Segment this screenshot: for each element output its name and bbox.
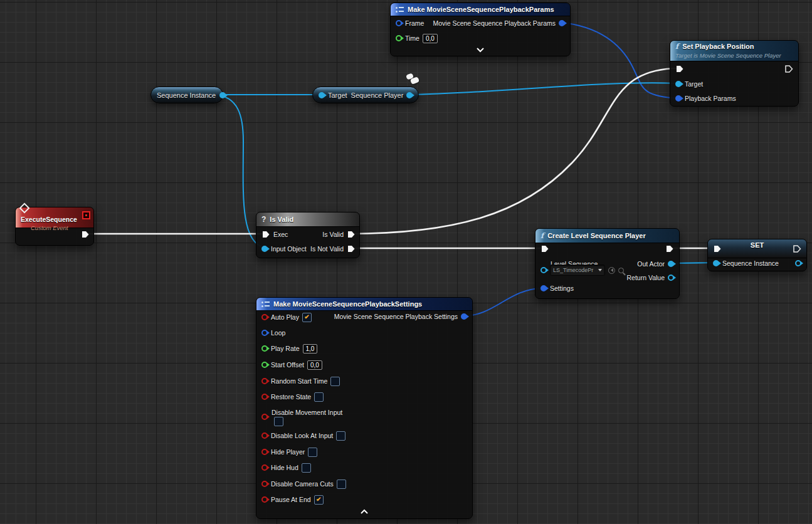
exec-in-pin[interactable] (540, 244, 549, 253)
is-not-valid-exec-out-pin[interactable] (347, 244, 356, 253)
start-offset-input[interactable]: 0,0 (307, 360, 322, 370)
playback-params-pin-label: Playback Params (685, 95, 736, 102)
target-pin-label: Target (328, 92, 347, 99)
node-title: Make MovieSceneSequencePlaybackParams (408, 6, 554, 13)
restore-state-pin[interactable] (261, 394, 268, 400)
loop-pin[interactable] (261, 330, 268, 336)
is-not-valid-pin-label: Is Not Valid (310, 245, 344, 253)
time-value-input[interactable]: 0,0 (423, 34, 438, 43)
node-header[interactable]: ? Is Valid (256, 212, 359, 227)
sequence-player-pin-label: Sequence Player (351, 92, 404, 99)
node-title: Make MovieSceneSequencePlaybackSettings (273, 300, 422, 308)
is-valid-exec-out-pin[interactable] (347, 230, 356, 239)
comment-bubble-icon[interactable] (406, 74, 420, 85)
sequence-instance-output-pin[interactable] (219, 92, 226, 98)
output-pin-label: Movie Scene Sequence Playback Params (433, 19, 556, 27)
node-make-playback-params[interactable]: Make MovieSceneSequencePlaybackParams Fr… (390, 3, 571, 56)
disable-movement-input-checkbox[interactable] (274, 417, 283, 426)
exec-out-pin[interactable] (665, 244, 674, 253)
node-subtitle: Custom Event (31, 224, 88, 231)
browse-to-asset-icon[interactable] (618, 268, 624, 273)
frame-pin-label: Frame (405, 19, 424, 27)
random-start-time-checkbox[interactable] (330, 377, 340, 386)
collapse-chevron-icon[interactable] (360, 509, 369, 515)
settings-pin[interactable] (540, 285, 547, 291)
wire-settings-to-create[interactable] (464, 288, 542, 316)
node-subtitle: Target is Movie Scene Sequence Player (675, 52, 793, 59)
exec-out-pin[interactable] (81, 230, 90, 239)
input-object-pin[interactable] (261, 246, 268, 252)
target-input-pin[interactable] (319, 92, 325, 98)
play-rate-pin[interactable] (261, 345, 268, 352)
node-set-sequence-instance[interactable]: SET Sequence Instance (707, 239, 807, 271)
auto-play-checkbox[interactable]: ✔ (302, 313, 312, 322)
settings-pin-label: Settings (550, 285, 574, 292)
disable-movement-input-pin[interactable] (261, 414, 268, 420)
auto-play-pin[interactable] (261, 314, 268, 320)
settings-output-pin-label: Movie Scene Sequence Playback Settings (334, 313, 458, 320)
random-start-time-label: Random Start Time (271, 377, 327, 385)
hide-hud-label: Hide Hud (271, 464, 298, 471)
restore-state-checkbox[interactable] (314, 392, 324, 402)
wire-seqplayer-to-target[interactable] (407, 83, 678, 95)
use-selected-asset-icon[interactable] (608, 267, 615, 274)
disable-look-at-input-checkbox[interactable] (336, 431, 345, 441)
pause-at-end-checkbox[interactable]: ✔ (314, 495, 324, 505)
level-sequence-pin[interactable] (540, 267, 547, 273)
disable-look-at-input-pin[interactable] (261, 432, 268, 439)
node-get-sequence-instance[interactable]: Sequence Instance (150, 86, 223, 103)
wire-params-to-playbackparams[interactable] (561, 23, 678, 98)
node-header[interactable]: Make MovieSceneSequencePlaybackParams (391, 3, 570, 16)
play-rate-label: Play Rate (271, 345, 300, 352)
hide-hud-checkbox[interactable] (302, 463, 311, 473)
input-object-pin-label: Input Object (271, 245, 307, 253)
expand-chevron-icon[interactable] (476, 47, 485, 53)
disable-camera-cuts-pin[interactable] (261, 481, 268, 487)
question-mark-icon: ? (261, 215, 266, 224)
node-execute-sequence-event[interactable]: ExecuteSequence Custom Event (15, 207, 94, 246)
hide-player-checkbox[interactable] (308, 448, 317, 457)
node-header[interactable]: Make MovieSceneSequencePlaybackSettings (256, 298, 472, 311)
exec-in-pin[interactable] (261, 230, 270, 239)
sequence-player-output-pin[interactable] (406, 92, 413, 98)
hide-player-pin[interactable] (261, 449, 268, 455)
node-make-playback-settings[interactable]: Make MovieSceneSequencePlaybackSettings … (256, 297, 473, 519)
out-actor-pin[interactable] (668, 261, 674, 267)
level-sequence-asset-dropdown[interactable]: LS_TimecodePr (550, 265, 605, 276)
event-delegate-pin[interactable] (82, 211, 90, 219)
sequence-instance-out-pin[interactable] (795, 260, 801, 266)
node-header[interactable]: SET (708, 239, 806, 258)
make-struct-icon (261, 301, 270, 307)
time-pin[interactable] (396, 35, 402, 41)
node-title: SET (751, 241, 764, 249)
exec-in-pin[interactable] (675, 65, 684, 73)
random-start-time-pin[interactable] (261, 378, 268, 384)
exec-out-pin[interactable] (784, 65, 793, 73)
node-is-valid[interactable]: ? Is Valid Exec Is Valid Input Object Is… (256, 212, 360, 258)
return-value-pin[interactable] (668, 275, 674, 281)
exec-out-pin[interactable] (793, 244, 801, 253)
sequence-instance-pin-label: Sequence Instance (722, 259, 792, 267)
exec-in-pin[interactable] (713, 244, 722, 253)
node-get-sequence-player[interactable]: Target Sequence Player (312, 86, 419, 103)
play-rate-input[interactable]: 1,0 (303, 344, 318, 354)
return-value-pin-label: Return Value (626, 274, 665, 281)
frame-pin[interactable] (396, 20, 402, 26)
node-title: Set Playback Position (682, 43, 789, 50)
playback-params-pin[interactable] (675, 95, 682, 102)
node-header[interactable]: ExecuteSequence Custom Event (16, 207, 93, 228)
node-header[interactable]: f Create Level Sequence Player (535, 229, 679, 243)
node-header[interactable]: f Set Playback Position Target is Movie … (670, 41, 798, 61)
hide-hud-pin[interactable] (261, 464, 268, 471)
target-pin[interactable] (675, 81, 682, 87)
is-valid-pin-label: Is Valid (322, 231, 344, 238)
node-set-playback-position[interactable]: f Set Playback Position Target is Movie … (670, 40, 799, 107)
sequence-instance-in-pin[interactable] (713, 260, 719, 266)
auto-play-label: Auto Play (271, 313, 299, 321)
settings-output-pin[interactable] (461, 313, 467, 320)
playback-params-output-pin[interactable] (559, 20, 565, 26)
node-create-level-sequence-player[interactable]: f Create Level Sequence Player Level Seq… (535, 228, 680, 299)
disable-camera-cuts-checkbox[interactable] (337, 479, 346, 489)
start-offset-pin[interactable] (261, 362, 268, 368)
pause-at-end-pin[interactable] (261, 496, 268, 503)
